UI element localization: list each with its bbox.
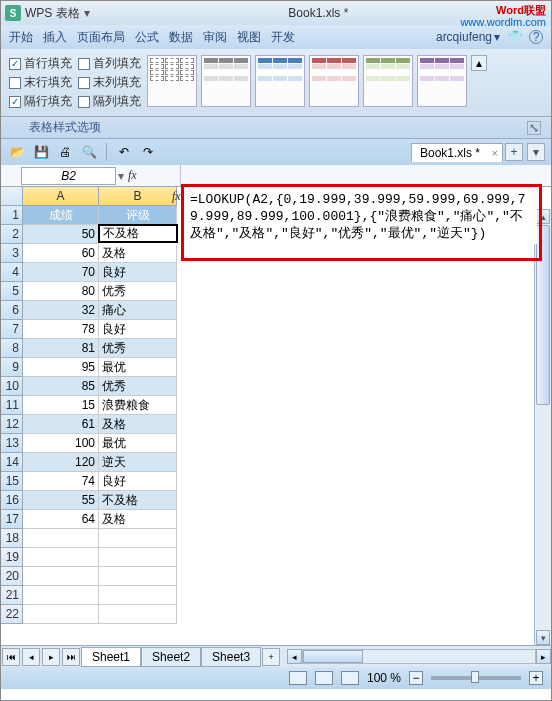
- cell[interactable]: 85: [23, 377, 99, 396]
- cell[interactable]: 优秀: [99, 282, 177, 301]
- row-header[interactable]: 21: [1, 586, 23, 605]
- add-tab-button[interactable]: +: [505, 143, 523, 161]
- check-banded-row[interactable]: ✓隔行填充: [9, 93, 72, 110]
- table-style-blue[interactable]: [255, 55, 305, 107]
- col-header-B[interactable]: B: [99, 187, 177, 206]
- row-header[interactable]: 10: [1, 377, 23, 396]
- row-header[interactable]: 8: [1, 339, 23, 358]
- sheet-tab-2[interactable]: Sheet2: [141, 647, 201, 667]
- cell[interactable]: [99, 605, 177, 624]
- table-style-green[interactable]: [363, 55, 413, 107]
- cell[interactable]: 80: [23, 282, 99, 301]
- row-header[interactable]: 7: [1, 320, 23, 339]
- row-header[interactable]: 14: [1, 453, 23, 472]
- row-header[interactable]: 4: [1, 263, 23, 282]
- scroll-down-button[interactable]: ▾: [536, 630, 550, 645]
- name-box-dropdown-icon[interactable]: ▾: [118, 169, 124, 183]
- document-tab[interactable]: Book1.xls * ×: [411, 143, 503, 162]
- check-last-row[interactable]: 末行填充: [9, 74, 72, 91]
- zoom-out-button[interactable]: −: [409, 671, 423, 685]
- cell[interactable]: [99, 567, 177, 586]
- cell[interactable]: [23, 548, 99, 567]
- cell[interactable]: [99, 548, 177, 567]
- horizontal-scrollbar[interactable]: ◂ ▸: [287, 649, 551, 664]
- row-header[interactable]: 18: [1, 529, 23, 548]
- cell[interactable]: 及格: [99, 244, 177, 263]
- row-header[interactable]: 11: [1, 396, 23, 415]
- cell[interactable]: 15: [23, 396, 99, 415]
- view-pagelayout-icon[interactable]: [315, 671, 333, 685]
- cell[interactable]: 痛心: [99, 301, 177, 320]
- undo-icon[interactable]: ↶: [114, 142, 134, 162]
- row-header[interactable]: 9: [1, 358, 23, 377]
- sheet-nav-first[interactable]: ⏮: [2, 648, 20, 666]
- cell[interactable]: 及格: [99, 415, 177, 434]
- table-style-purple[interactable]: [417, 55, 467, 107]
- scroll-left-button[interactable]: ◂: [287, 649, 302, 664]
- check-first-row[interactable]: ✓首行填充: [9, 55, 72, 72]
- cell[interactable]: 100: [23, 434, 99, 453]
- preview-icon[interactable]: 🔍: [79, 142, 99, 162]
- cell[interactable]: [99, 586, 177, 605]
- view-pagebreak-icon[interactable]: [341, 671, 359, 685]
- table-style-none[interactable]: [147, 55, 197, 107]
- view-normal-icon[interactable]: [289, 671, 307, 685]
- cell[interactable]: [23, 567, 99, 586]
- row-header[interactable]: 6: [1, 301, 23, 320]
- sheet-tab-1[interactable]: Sheet1: [81, 647, 141, 667]
- menu-review[interactable]: 审阅: [203, 29, 227, 46]
- cell[interactable]: 及格: [99, 510, 177, 529]
- cell[interactable]: [23, 586, 99, 605]
- row-header[interactable]: 15: [1, 472, 23, 491]
- cell[interactable]: 优秀: [99, 339, 177, 358]
- cell[interactable]: 优秀: [99, 377, 177, 396]
- cell[interactable]: 良好: [99, 320, 177, 339]
- row-header[interactable]: 20: [1, 567, 23, 586]
- col-header-A[interactable]: A: [23, 187, 99, 206]
- user-menu[interactable]: arcqiufeng▾ 👕 ?: [436, 30, 543, 44]
- row-header[interactable]: 2: [1, 225, 23, 244]
- menu-formulas[interactable]: 公式: [135, 29, 159, 46]
- cell[interactable]: 最优: [99, 434, 177, 453]
- zoom-level[interactable]: 100 %: [367, 671, 401, 685]
- add-sheet-button[interactable]: +: [262, 648, 280, 666]
- cell[interactable]: [23, 605, 99, 624]
- spreadsheet-grid[interactable]: AB1成绩评级250不及格360及格470良好580优秀632痛心778良好88…: [1, 187, 181, 624]
- cell[interactable]: 74: [23, 472, 99, 491]
- fx-icon[interactable]: fx: [128, 168, 137, 183]
- check-last-col[interactable]: 末列填充: [78, 74, 141, 91]
- table-style-red[interactable]: [309, 55, 359, 107]
- row-header[interactable]: 17: [1, 510, 23, 529]
- menu-pagelayout[interactable]: 页面布局: [77, 29, 125, 46]
- save-icon[interactable]: 💾: [31, 142, 51, 162]
- open-icon[interactable]: 📂: [7, 142, 27, 162]
- check-first-col[interactable]: 首列填充: [78, 55, 141, 72]
- row-header[interactable]: 22: [1, 605, 23, 624]
- redo-icon[interactable]: ↷: [138, 142, 158, 162]
- cell[interactable]: 不及格: [98, 224, 178, 243]
- cell[interactable]: 64: [23, 510, 99, 529]
- menu-developer[interactable]: 开发: [271, 29, 295, 46]
- cell[interactable]: 浪费粮食: [99, 396, 177, 415]
- cell[interactable]: 良好: [99, 472, 177, 491]
- zoom-in-button[interactable]: +: [529, 671, 543, 685]
- name-box[interactable]: B2: [21, 167, 116, 185]
- formula-text[interactable]: =LOOKUP(A2,{0,19.999,39.999,59.999,69.99…: [186, 189, 537, 244]
- sheet-nav-prev[interactable]: ◂: [22, 648, 40, 666]
- row-header[interactable]: 13: [1, 434, 23, 453]
- cell[interactable]: 55: [23, 491, 99, 510]
- vertical-scrollbar[interactable]: ▴ ▾: [534, 209, 551, 645]
- print-icon[interactable]: 🖨: [55, 142, 75, 162]
- cell[interactable]: [99, 529, 177, 548]
- row-header[interactable]: 16: [1, 491, 23, 510]
- cell[interactable]: 50: [23, 225, 99, 244]
- menu-data[interactable]: 数据: [169, 29, 193, 46]
- cell[interactable]: 120: [23, 453, 99, 472]
- zoom-slider[interactable]: [431, 676, 521, 680]
- scroll-right-button[interactable]: ▸: [536, 649, 551, 664]
- ribbon-expand-icon[interactable]: ⤡: [527, 121, 541, 135]
- row-header[interactable]: 5: [1, 282, 23, 301]
- row-header[interactable]: 12: [1, 415, 23, 434]
- cell[interactable]: 不及格: [99, 491, 177, 510]
- cell[interactable]: 良好: [99, 263, 177, 282]
